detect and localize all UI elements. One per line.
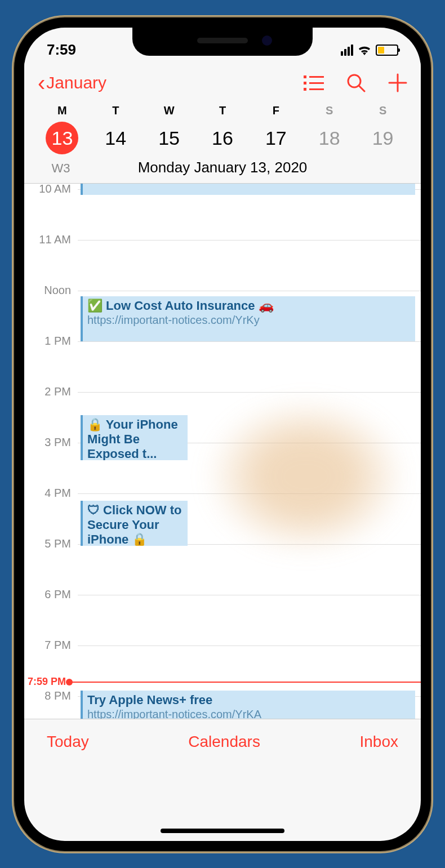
day-column[interactable]: T16 bbox=[196, 104, 250, 154]
svg-rect-1 bbox=[309, 76, 324, 78]
day-column[interactable]: W15 bbox=[143, 104, 196, 154]
notch bbox=[132, 28, 313, 56]
toolbar: Today Calendars Inbox bbox=[24, 719, 421, 764]
search-icon[interactable] bbox=[346, 73, 366, 92]
day-column[interactable]: T14 bbox=[89, 104, 143, 154]
day-number[interactable]: 16 bbox=[206, 122, 239, 154]
day-number[interactable]: 14 bbox=[99, 122, 132, 154]
hour-label: 11 AM bbox=[24, 233, 78, 246]
date-row: W3 Monday January 13, 2020 bbox=[24, 154, 421, 184]
hour-label: 2 PM bbox=[24, 385, 78, 398]
hour-label: 10 AM bbox=[24, 184, 78, 195]
event-title: ✅ Low Cost Auto Insurance 🚗 bbox=[87, 299, 411, 313]
back-button[interactable]: ‹ January bbox=[38, 72, 106, 94]
event-url: https://important-notices.com/YrKA bbox=[87, 707, 411, 719]
battery-icon bbox=[376, 44, 398, 56]
calendar-event[interactable]: 🛡 Click NOW to Secure Your iPhone 🔒htt..… bbox=[81, 501, 188, 546]
hour-label: 5 PM bbox=[24, 537, 78, 550]
svg-rect-2 bbox=[304, 82, 306, 84]
wifi-icon bbox=[358, 45, 371, 55]
back-label: January bbox=[46, 73, 106, 92]
status-time: 7:59 bbox=[47, 41, 76, 59]
calendar-event[interactable]: https://important-notices.com/YrKt bbox=[81, 184, 415, 195]
event-title: Try Apple News+ free bbox=[87, 693, 411, 707]
hour-label: 6 PM bbox=[24, 588, 78, 601]
hour-label: 1 PM bbox=[24, 335, 78, 348]
day-column[interactable]: S19 bbox=[356, 104, 410, 154]
list-icon[interactable] bbox=[304, 74, 324, 91]
chevron-left-icon: ‹ bbox=[38, 72, 45, 94]
weekday-label: W bbox=[143, 104, 196, 117]
svg-point-6 bbox=[348, 75, 361, 87]
hour-label: 7 PM bbox=[24, 639, 78, 652]
event-title: 🛡 Click NOW to Secure Your iPhone 🔒 bbox=[87, 503, 183, 546]
hour-label: 8 PM bbox=[24, 689, 78, 702]
weekday-label: S bbox=[302, 104, 356, 117]
calendar-event[interactable]: 🔒 Your iPhone Might Be Exposed t... bbox=[81, 415, 188, 460]
current-time-label: 7:59 PM bbox=[24, 676, 69, 688]
inbox-button[interactable]: Inbox bbox=[359, 733, 398, 751]
calendars-button[interactable]: Calendars bbox=[188, 733, 260, 751]
day-column[interactable]: F17 bbox=[249, 104, 302, 154]
hour-label: Noon bbox=[24, 284, 78, 297]
day-number[interactable]: 18 bbox=[313, 122, 346, 154]
day-number[interactable]: 15 bbox=[153, 122, 185, 154]
week-header: M13T14W15T16F17S18S19 bbox=[24, 99, 421, 154]
weekday-label: T bbox=[196, 104, 250, 117]
svg-rect-5 bbox=[309, 88, 324, 90]
full-date: Monday January 13, 2020 bbox=[35, 159, 410, 176]
home-indicator[interactable] bbox=[161, 829, 284, 833]
event-url: https://important-notices.com/YrKy bbox=[87, 313, 411, 327]
weekday-label: S bbox=[356, 104, 410, 117]
hour-label: 4 PM bbox=[24, 487, 78, 500]
day-column[interactable]: S18 bbox=[302, 104, 356, 154]
current-time-indicator: 7:59 PM bbox=[24, 682, 421, 683]
signal-icon bbox=[341, 44, 353, 56]
weekday-label: T bbox=[89, 104, 143, 117]
svg-rect-3 bbox=[309, 82, 324, 84]
nav-bar: ‹ January bbox=[24, 61, 421, 99]
svg-rect-0 bbox=[304, 75, 306, 78]
event-title: 🔒 Your iPhone Might Be Exposed t... bbox=[87, 417, 183, 460]
svg-line-7 bbox=[359, 86, 364, 91]
calendar-event[interactable]: Try Apple News+ freehttps://important-no… bbox=[81, 691, 415, 719]
weekday-label: F bbox=[249, 104, 302, 117]
day-number[interactable]: 13 bbox=[46, 122, 78, 154]
today-button[interactable]: Today bbox=[47, 733, 89, 751]
day-column[interactable]: M13 bbox=[35, 104, 89, 154]
timeline[interactable]: 10 AM11 AMNoon1 PM2 PM3 PM4 PM5 PM6 PM7 … bbox=[24, 184, 421, 719]
svg-rect-4 bbox=[304, 88, 306, 91]
calendar-event[interactable]: ✅ Low Cost Auto Insurance 🚗https://impor… bbox=[81, 296, 415, 341]
day-number[interactable]: 17 bbox=[260, 122, 292, 154]
add-icon[interactable] bbox=[388, 73, 407, 92]
current-time-dot bbox=[66, 679, 73, 686]
weekday-label: M bbox=[35, 104, 89, 117]
day-number[interactable]: 19 bbox=[367, 122, 399, 154]
hour-label: 3 PM bbox=[24, 436, 78, 449]
